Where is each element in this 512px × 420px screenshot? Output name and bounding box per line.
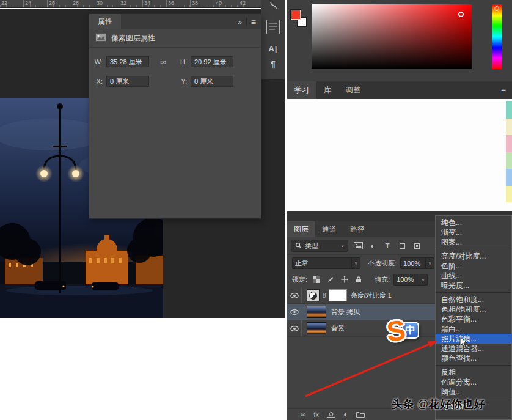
menu-item-brightness-contrast[interactable]: 亮度/对比度... [436,251,511,261]
layer-name[interactable]: 背景 [331,324,345,333]
panel-menu-icon[interactable]: ≡ [251,17,256,27]
filter-type-layers-icon[interactable]: T [382,241,392,251]
collapse-panel-icon[interactable]: » [238,18,242,26]
link-dimensions-icon[interactable]: ∞ [153,59,174,65]
properties-tabbar-icons: » ≡ [238,14,261,29]
visibility-cell[interactable] [287,320,302,336]
tab-adjustments[interactable]: 调整 [338,81,368,99]
right-panel-tabs: 学习 库 调整 ≡ [287,81,512,99]
menu-item-posterize[interactable]: 色调分离... [436,377,511,387]
fill-dropdown[interactable]: 100% ∨ [393,274,428,286]
width-field[interactable]: 35.28 厘米 [106,56,149,67]
menu-item-vibrance[interactable]: 自然饱和度... [436,295,511,304]
height-field[interactable]: 20.92 厘米 [191,56,233,67]
menu-item-invert[interactable]: 反相 [436,367,511,377]
lock-label: 锁定: [292,275,307,284]
visibility-cell[interactable] [287,304,302,320]
opacity-value: 100% [403,260,420,267]
swatch [506,119,512,136]
lock-image-pixels-icon[interactable] [325,274,335,284]
lock-position-icon[interactable] [339,274,349,284]
swatch [506,169,512,186]
sogou-ime-logo: S中 [387,314,419,347]
new-adjustment-layer-icon[interactable]: ◐ [343,411,348,418]
layer-name[interactable]: 亮度/对比度 1 [351,291,392,300]
add-mask-icon[interactable] [327,411,335,419]
ruler-number: 24 [23,0,47,7]
menu-divider [436,365,511,366]
menu-item-photo-filter[interactable]: 照片滤镜... [436,334,511,344]
position-row: X: 0 厘米 Y: 0 厘米 [93,76,257,87]
tab-layers[interactable]: 图层 [287,221,315,237]
hue-marker[interactable] [494,6,499,11]
swatch [506,186,512,203]
layer-mask-link-icon[interactable]: 8 [323,292,326,299]
eye-icon [290,309,299,315]
new-group-icon[interactable] [356,411,365,419]
chevron-down-icon: ∨ [425,259,431,268]
menu-item-channel-mixer[interactable]: 通道混合器... [436,344,511,353]
layer-mask-thumbnail[interactable] [329,289,347,301]
menu-item-pattern[interactable]: 图案... [436,237,511,247]
properties-subheader: 像素图层属性 [89,29,261,48]
history-icon[interactable] [268,1,278,12]
y-field[interactable]: 0 厘米 [191,76,233,87]
menu-item-black-white[interactable]: 黑白... [436,324,511,334]
character-panel-icon[interactable]: A| [268,44,277,53]
menu-item-levels[interactable]: 色阶... [436,261,511,271]
tab-paths[interactable]: 路径 [343,221,371,237]
properties-fields: W: 35.28 厘米 ∞ H: 20.92 厘米 X: 0 厘米 Y: 0 厘… [89,48,261,104]
collapsed-panels-icons: A| ¶ [261,0,285,79]
menu-item-color-lookup[interactable]: 颜色查找... [436,353,511,363]
menu-item-exposure[interactable]: 曝光度... [436,281,511,290]
menu-item-gradient[interactable]: 渐变... [436,227,511,237]
color-picker-marker[interactable] [458,12,464,17]
panel-menu-icon[interactable]: ≡ [501,81,512,99]
opacity-dropdown[interactable]: 100% ∨ [400,257,434,269]
layer-filter-dropdown[interactable]: 类型 ∨ [291,240,348,252]
menu-item-threshold[interactable]: 阈值... [436,387,511,397]
filter-adjustment-layers-icon[interactable]: ◐ [368,241,378,251]
eye-icon [290,293,299,298]
layer-filter-icons: ◐ T [353,241,422,251]
ruler-number: 30 [95,0,119,7]
properties-tabbar: 属性 » ≡ [89,14,261,29]
hue-slider[interactable] [492,4,502,69]
adjustment-layer-thumbnail[interactable] [307,289,320,301]
swatch [506,101,512,119]
link-layers-icon[interactable]: ∞ [301,411,306,418]
layer-thumbnail[interactable] [307,306,326,318]
menu-item-hue-saturation[interactable]: 色相/饱和度... [436,304,511,314]
fill-label: 填充: [375,275,390,284]
paragraph-panel-icon[interactable]: ¶ [271,59,276,69]
watermark-text: 头条 @花好你也好 [392,397,485,411]
visibility-cell[interactable] [287,287,302,303]
tab-channels[interactable]: 通道 [315,221,343,237]
layer-name[interactable]: 背景 拷贝 [331,308,360,317]
size-row: W: 35.28 厘米 ∞ H: 20.92 厘米 [93,56,257,67]
ruler-number: 36 [166,0,190,7]
layer-thumbnail[interactable] [307,322,326,334]
lock-transparent-pixels-icon[interactable] [311,274,321,284]
tab-library[interactable]: 库 [316,81,338,99]
horizontal-ruler: 22 24 26 28 30 32 34 36 38 40 42 [0,0,261,8]
menu-item-curves[interactable]: 曲线... [436,271,511,281]
learn-panel-content [287,99,512,211]
collapsed-panels-column: A| ¶ [261,0,285,318]
foreground-color-swatch[interactable] [291,10,301,20]
x-field[interactable]: 0 厘米 [106,76,149,87]
saturation-brightness-field[interactable] [312,4,472,69]
glyphs-panel-icon[interactable] [266,20,280,37]
filter-shape-layers-icon[interactable] [397,241,407,251]
tab-properties[interactable]: 属性 [89,14,121,29]
pixel-layer-icon [95,33,106,43]
tab-learn[interactable]: 学习 [287,81,316,99]
menu-item-solid-color[interactable]: 纯色... [436,218,511,227]
filter-smart-objects-icon[interactable] [412,241,422,251]
menu-item-color-balance[interactable]: 色彩平衡... [436,314,511,324]
filter-pixel-layers-icon[interactable] [353,241,363,251]
brightness-contrast-icon [309,292,317,300]
blend-mode-dropdown[interactable]: 正常 ∨ [292,257,360,269]
layer-style-icon[interactable]: fx [314,411,320,418]
lock-all-icon[interactable] [353,274,364,284]
